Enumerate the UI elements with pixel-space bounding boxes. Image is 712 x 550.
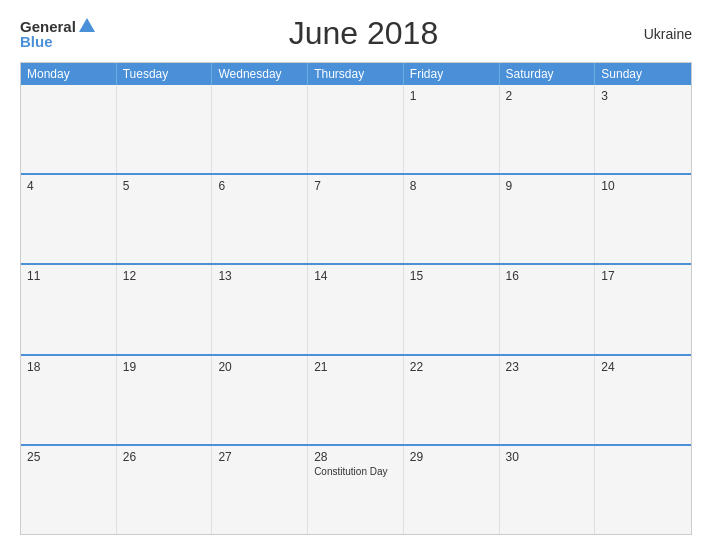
day-number: 29 [410, 450, 493, 464]
day-number: 1 [410, 89, 493, 103]
day-number: 22 [410, 360, 493, 374]
day-header-monday: Monday [21, 63, 117, 85]
day-number: 10 [601, 179, 685, 193]
day-cell [117, 85, 213, 173]
day-cell: 30 [500, 446, 596, 534]
day-cell: 6 [212, 175, 308, 263]
day-number: 28 [314, 450, 397, 464]
day-header-sunday: Sunday [595, 63, 691, 85]
day-cell: 13 [212, 265, 308, 353]
day-cell: 14 [308, 265, 404, 353]
day-number: 16 [506, 269, 589, 283]
day-header-tuesday: Tuesday [117, 63, 213, 85]
day-cell: 15 [404, 265, 500, 353]
calendar-grid: MondayTuesdayWednesdayThursdayFridaySatu… [20, 62, 692, 535]
calendar-header: General Blue June 2018 Ukraine [20, 15, 692, 52]
day-cell: 26 [117, 446, 213, 534]
week-row-1: 45678910 [21, 173, 691, 263]
day-cell: 12 [117, 265, 213, 353]
day-number: 24 [601, 360, 685, 374]
day-cell: 9 [500, 175, 596, 263]
day-number: 18 [27, 360, 110, 374]
day-cell: 19 [117, 356, 213, 444]
day-number: 30 [506, 450, 589, 464]
day-number: 9 [506, 179, 589, 193]
calendar-weeks: 1234567891011121314151617181920212223242… [21, 85, 691, 534]
day-cell: 28Constitution Day [308, 446, 404, 534]
logo: General Blue [20, 19, 95, 49]
holiday-label: Constitution Day [314, 466, 397, 477]
day-cell: 1 [404, 85, 500, 173]
day-number: 7 [314, 179, 397, 193]
day-cell: 4 [21, 175, 117, 263]
day-header-friday: Friday [404, 63, 500, 85]
day-number: 17 [601, 269, 685, 283]
day-number: 26 [123, 450, 206, 464]
day-number: 27 [218, 450, 301, 464]
day-cell [21, 85, 117, 173]
logo-general-text: General [20, 19, 76, 34]
day-cell: 2 [500, 85, 596, 173]
day-cell: 11 [21, 265, 117, 353]
week-row-4: 25262728Constitution Day2930 [21, 444, 691, 534]
day-number: 2 [506, 89, 589, 103]
day-number: 6 [218, 179, 301, 193]
day-number: 13 [218, 269, 301, 283]
week-row-0: 123 [21, 85, 691, 173]
day-number: 8 [410, 179, 493, 193]
week-row-3: 18192021222324 [21, 354, 691, 444]
week-row-2: 11121314151617 [21, 263, 691, 353]
logo-triangle-icon [79, 18, 95, 32]
day-header-thursday: Thursday [308, 63, 404, 85]
day-header-wednesday: Wednesday [212, 63, 308, 85]
day-cell: 20 [212, 356, 308, 444]
day-cell: 22 [404, 356, 500, 444]
day-cell: 7 [308, 175, 404, 263]
day-cell: 23 [500, 356, 596, 444]
day-cell [595, 446, 691, 534]
day-cell: 8 [404, 175, 500, 263]
day-cell: 3 [595, 85, 691, 173]
day-number: 3 [601, 89, 685, 103]
country-label: Ukraine [632, 26, 692, 42]
day-cell: 21 [308, 356, 404, 444]
day-number: 20 [218, 360, 301, 374]
day-number: 19 [123, 360, 206, 374]
day-cell: 10 [595, 175, 691, 263]
day-cell: 5 [117, 175, 213, 263]
day-number: 12 [123, 269, 206, 283]
day-cell: 27 [212, 446, 308, 534]
day-header-saturday: Saturday [500, 63, 596, 85]
day-cell: 16 [500, 265, 596, 353]
day-number: 21 [314, 360, 397, 374]
day-cell: 24 [595, 356, 691, 444]
logo-blue-text: Blue [20, 34, 95, 49]
day-number: 15 [410, 269, 493, 283]
day-number: 14 [314, 269, 397, 283]
day-number: 5 [123, 179, 206, 193]
day-cell [212, 85, 308, 173]
day-number: 23 [506, 360, 589, 374]
day-headers-row: MondayTuesdayWednesdayThursdayFridaySatu… [21, 63, 691, 85]
day-cell: 29 [404, 446, 500, 534]
day-number: 11 [27, 269, 110, 283]
day-cell: 17 [595, 265, 691, 353]
day-cell: 25 [21, 446, 117, 534]
calendar-title: June 2018 [95, 15, 632, 52]
day-number: 25 [27, 450, 110, 464]
day-number: 4 [27, 179, 110, 193]
day-cell [308, 85, 404, 173]
day-cell: 18 [21, 356, 117, 444]
